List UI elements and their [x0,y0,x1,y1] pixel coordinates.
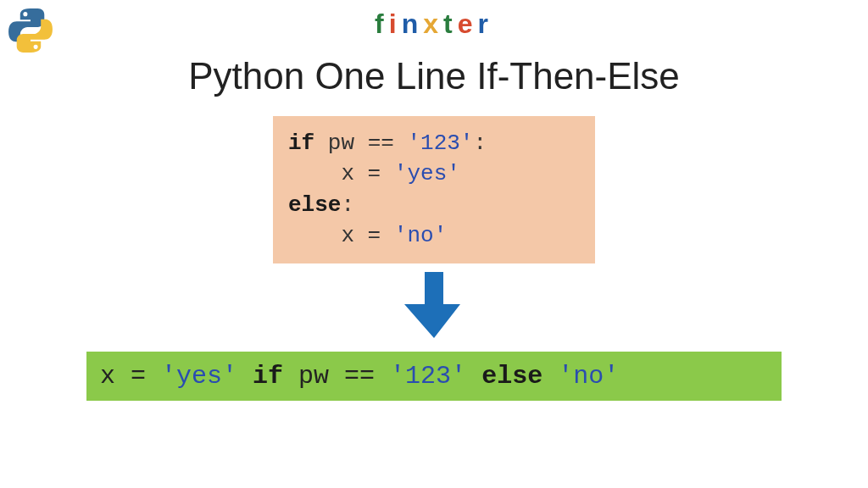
code-text: pw == [314,130,407,156]
keyword-else: else [288,192,341,218]
brand-letter: x [423,8,443,39]
arrow-down-icon [404,272,464,341]
keyword-if: if [288,130,314,156]
keyword-else: else [481,362,542,391]
brand-letter: r [477,8,492,39]
brand-letter: e [458,8,478,39]
string-literal: 'no' [558,362,619,391]
brand-letter: t [443,8,458,39]
code-text: x = [288,161,394,186]
multiline-code-block: if pw == '123': x = 'yes' else: x = 'no' [273,116,595,263]
code-text [542,362,558,391]
code-text: x = [288,223,394,248]
code-line: else: [288,190,580,220]
code-text: pw == [283,362,390,391]
string-literal: 'yes' [394,161,460,186]
code-line: x = 'no' [288,220,580,251]
string-literal: 'yes' [161,362,237,391]
string-literal: '123' [407,130,473,156]
oneline-code-block: x = 'yes' if pw == '123' else 'no' [86,352,782,401]
code-line: if pw == '123': [288,128,580,158]
string-literal: '123' [390,362,466,391]
code-text [466,362,481,391]
keyword-if: if [253,362,283,391]
brand-logo: finxter [0,0,868,40]
code-text: : [341,192,354,218]
string-literal: 'no' [394,223,447,248]
page-title: Python One Line If-Then-Else [0,55,868,97]
code-text: : [473,130,487,156]
brand-letter: n [402,8,424,39]
code-text [237,362,253,391]
python-logo-icon [7,7,54,54]
arrow-container [0,272,868,341]
brand-letter: i [389,8,402,39]
code-text: x = [100,362,161,391]
code-line: x = 'yes' [288,158,580,189]
brand-letter: f [375,8,389,39]
